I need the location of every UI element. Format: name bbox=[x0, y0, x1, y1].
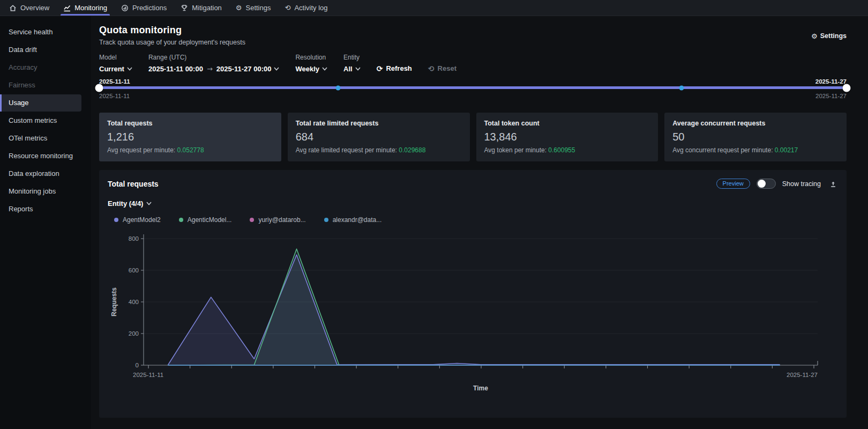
stat-title: Average concurrent requests bbox=[672, 120, 839, 127]
nav-item-overview[interactable]: Overview bbox=[2, 0, 56, 16]
legend-label: AgentModel2 bbox=[123, 216, 161, 224]
main-content: Quota monitoring Track quota usage of yo… bbox=[91, 16, 868, 429]
date-range-slider: 2025-11-11 2025-11-27 2025-11-11 2025-11… bbox=[99, 78, 847, 101]
sidebar-item-monitoring-jobs[interactable]: Monitoring jobs bbox=[0, 183, 91, 200]
sidebar-item-otel-metrics[interactable]: OTel metrics bbox=[0, 130, 91, 147]
sidebar-item-usage[interactable]: Usage bbox=[0, 94, 81, 112]
trophy-icon bbox=[181, 4, 188, 12]
slider-track[interactable] bbox=[99, 86, 847, 89]
reset-icon: ⟲ bbox=[428, 65, 435, 72]
resolution-select[interactable]: Weekly bbox=[295, 65, 327, 73]
sidebar-item-resource-monitoring[interactable]: Resource monitoring bbox=[0, 147, 91, 165]
nav-item-monitoring[interactable]: Monitoring bbox=[56, 0, 114, 16]
nav-label: Activity log bbox=[294, 4, 327, 12]
nav-item-mitigation[interactable]: Mitigation bbox=[174, 0, 229, 16]
slider-start-date-secondary: 2025-11-11 bbox=[99, 93, 130, 99]
legend-item[interactable]: AgentModel2 bbox=[114, 216, 161, 224]
svg-text:2025-11-11: 2025-11-11 bbox=[133, 372, 163, 378]
slider-handle-right[interactable] bbox=[843, 84, 851, 92]
show-tracing-toggle[interactable] bbox=[757, 179, 776, 189]
legend-dot bbox=[250, 218, 254, 222]
stat-title: Total token count bbox=[484, 120, 650, 127]
toggle-knob bbox=[758, 180, 766, 188]
model-select[interactable]: Current bbox=[99, 65, 132, 73]
nav-item-predictions[interactable]: Predictions bbox=[114, 0, 174, 16]
nav-item-activity-log[interactable]: ⟲ Activity log bbox=[278, 0, 334, 16]
reset-label: Reset bbox=[438, 64, 457, 72]
page-settings-button[interactable]: ⚙ Settings bbox=[811, 32, 847, 40]
svg-text:Time: Time bbox=[473, 384, 488, 392]
chart-legend: AgentModel2 AgenticModel... yuriy@dataro… bbox=[114, 216, 837, 224]
sidebar-item-fairness[interactable]: Fairness bbox=[0, 77, 91, 94]
stat-subtext: Avg request per minute: 0.052778 bbox=[107, 146, 273, 154]
stat-cards: Total requests 1,216 Avg request per min… bbox=[99, 113, 847, 161]
total-requests-panel: Total requests Preview Show tracing Enti… bbox=[99, 170, 847, 418]
slider-start-date: 2025-11-11 bbox=[99, 78, 130, 85]
stat-title: Total rate limited requests bbox=[296, 120, 462, 127]
gear-icon: ⚙ bbox=[811, 33, 818, 40]
gear-icon: ⚙ bbox=[236, 4, 242, 11]
legend-label: alexandr@data... bbox=[333, 216, 382, 224]
svg-text:600: 600 bbox=[129, 267, 139, 273]
legend-dot bbox=[179, 218, 183, 222]
show-tracing-label: Show tracing bbox=[782, 180, 821, 188]
nav-label: Settings bbox=[246, 4, 271, 12]
export-icon[interactable] bbox=[829, 180, 837, 188]
legend-item[interactable]: yuriy@datarob... bbox=[250, 216, 305, 224]
chevron-down-icon bbox=[322, 67, 327, 71]
legend-label: AgenticModel... bbox=[188, 216, 232, 224]
sidebar-item-accuracy[interactable]: Accuracy bbox=[0, 59, 91, 76]
refresh-icon: ⟳ bbox=[377, 65, 383, 72]
slider-handle-left[interactable] bbox=[95, 84, 103, 92]
svg-text:2025-11-27: 2025-11-27 bbox=[787, 372, 818, 378]
entity-select[interactable]: All bbox=[343, 65, 361, 73]
nav-label: Overview bbox=[20, 4, 49, 12]
page-title: Quota monitoring bbox=[99, 25, 245, 36]
stat-card-token-count[interactable]: Total token count 13,846 Avg token per m… bbox=[476, 113, 659, 161]
svg-text:0: 0 bbox=[136, 362, 139, 368]
stat-value: 684 bbox=[296, 131, 462, 143]
stat-card-concurrent-requests[interactable]: Average concurrent requests 50 Avg concu… bbox=[664, 113, 847, 161]
nav-label: Mitigation bbox=[192, 4, 222, 12]
legend-item[interactable]: alexandr@data... bbox=[324, 216, 382, 224]
legend-item[interactable]: AgenticModel... bbox=[179, 216, 232, 224]
reset-button[interactable]: ⟲ Reset bbox=[428, 64, 457, 73]
nav-label: Monitoring bbox=[74, 4, 107, 12]
preview-badge: Preview bbox=[716, 179, 750, 189]
svg-text:200: 200 bbox=[129, 330, 139, 337]
svg-text:400: 400 bbox=[129, 299, 139, 305]
filter-bar: Model Current Range (UTC) 2025-11-11 00:… bbox=[99, 54, 847, 73]
stat-value: 13,846 bbox=[484, 131, 650, 143]
refresh-button[interactable]: ⟳ Refresh bbox=[377, 64, 412, 73]
sidebar-item-service-health[interactable]: Service health bbox=[0, 24, 91, 41]
chart-area: 02004006008002025-11-112025-11-27TimeReq… bbox=[108, 228, 837, 397]
arrow-right-icon: → bbox=[206, 65, 214, 73]
entity-label: Entity bbox=[343, 54, 361, 61]
model-value: Current bbox=[99, 65, 124, 73]
range-end-value: 2025-11-27 00:00 bbox=[216, 65, 272, 73]
entity-selector[interactable]: Entity (4/4) bbox=[108, 199, 837, 208]
slider-data-marker bbox=[679, 85, 684, 90]
history-icon: ⟲ bbox=[285, 4, 290, 11]
entity-selector-label: Entity (4/4) bbox=[108, 199, 143, 208]
chevron-down-icon bbox=[127, 67, 132, 71]
stat-subtext: Avg token per minute: 0.600955 bbox=[484, 146, 650, 154]
resolution-label: Resolution bbox=[295, 54, 327, 61]
sidebar-item-data-exploration[interactable]: Data exploration bbox=[0, 165, 91, 182]
stat-card-total-requests[interactable]: Total requests 1,216 Avg request per min… bbox=[99, 113, 281, 161]
legend-label: yuriy@datarob... bbox=[258, 216, 305, 224]
page-subtitle: Track quota usage of your deployment's r… bbox=[99, 39, 245, 46]
stat-subtext: Avg concurrent request per minute: 0.002… bbox=[672, 146, 839, 154]
slider-end-date-secondary: 2025-11-27 bbox=[815, 93, 847, 99]
sidebar-item-reports[interactable]: Reports bbox=[0, 201, 91, 218]
model-label: Model bbox=[99, 54, 132, 61]
stat-card-rate-limited[interactable]: Total rate limited requests 684 Avg rate… bbox=[288, 113, 470, 161]
entity-value: All bbox=[343, 65, 353, 73]
sidebar-item-data-drift[interactable]: Data drift bbox=[0, 41, 91, 58]
svg-text:Requests: Requests bbox=[110, 287, 118, 316]
sidebar-item-custom-metrics[interactable]: Custom metrics bbox=[0, 112, 91, 129]
range-select[interactable]: 2025-11-11 00:00 → 2025-11-27 00:00 bbox=[148, 65, 280, 73]
settings-label: Settings bbox=[820, 32, 847, 40]
nav-item-settings[interactable]: ⚙ Settings bbox=[229, 0, 278, 16]
svg-text:800: 800 bbox=[129, 235, 139, 242]
